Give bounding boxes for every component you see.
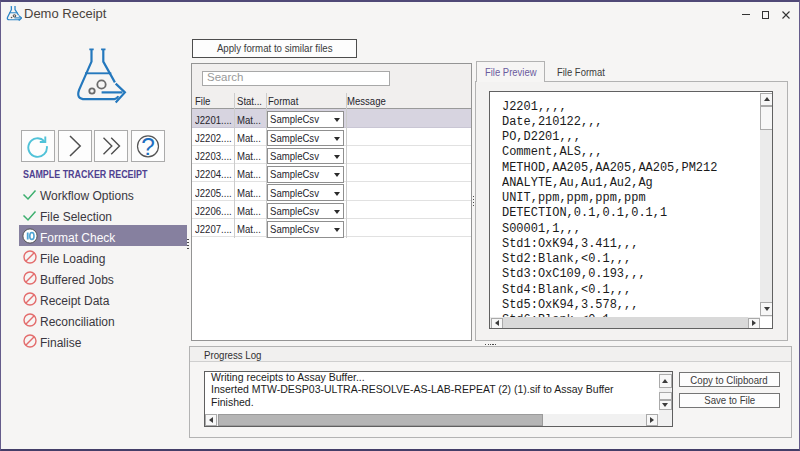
- svg-text:?: ?: [141, 134, 155, 158]
